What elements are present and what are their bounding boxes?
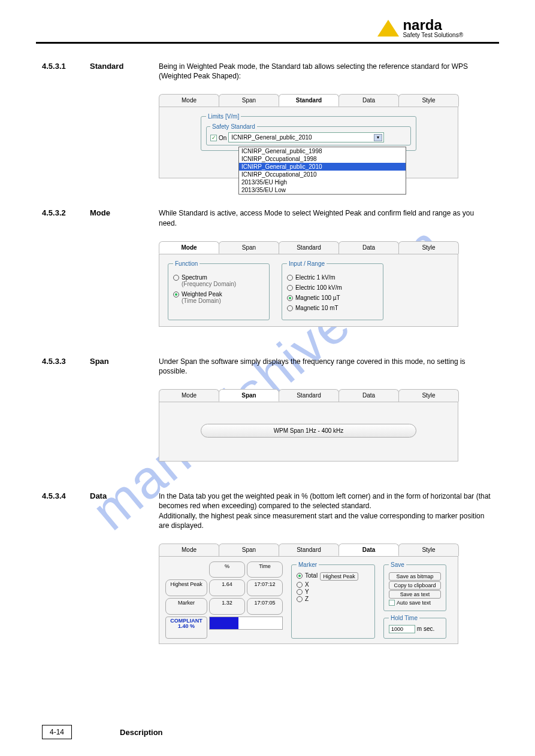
standard-dropdown[interactable]: ICNIRP_General_public_2010 ▾	[228, 132, 384, 142]
highest-peak-button[interactable]: Highest Peak	[320, 572, 358, 581]
section-description: Being in Weighted Peak mode, the Standar…	[159, 62, 493, 81]
radio-marker-z[interactable]: Z	[297, 596, 370, 602]
dropdown-option-selected[interactable]: ICNIRP_General_public_2010	[239, 163, 406, 171]
span-panel: Mode Span Standard Data Style WPM Span 1…	[159, 389, 458, 462]
radio-sublabel: (Frequency Domain)	[182, 281, 236, 287]
radio-icon-selected	[287, 295, 293, 301]
tab-style[interactable]: Style	[398, 389, 459, 402]
row-label-highest-peak: Highest Peak	[165, 579, 207, 596]
checkmark-icon: ✓	[210, 135, 217, 141]
section-data-heading: 4.5.3.4 Data In the Data tab you get the…	[42, 491, 493, 530]
value-marker-percent: 1.32	[209, 598, 245, 615]
safety-standard-fieldset: Safety Standard ✓ On ICNIRP_General_publ…	[206, 123, 411, 145]
data-readout-grid: % Time Highest Peak 1.64 17:07:12 Marker…	[165, 561, 283, 639]
tab-span[interactable]: Span	[219, 94, 279, 107]
tab-span[interactable]: Span	[219, 241, 279, 254]
tab-mode[interactable]: Mode	[159, 544, 219, 556]
radio-marker-x[interactable]: X	[297, 581, 370, 588]
radio-label: Magnetic 100 µT	[295, 294, 340, 301]
tab-data[interactable]: Data	[338, 94, 399, 107]
tab-data[interactable]: Data	[338, 544, 399, 556]
radio-range[interactable]: Electric 1 kV/m	[287, 274, 378, 281]
copy-clipboard-button[interactable]: Copy to clipboard	[389, 581, 441, 590]
tab-span[interactable]: Span	[219, 389, 279, 402]
tab-mode[interactable]: Mode	[159, 241, 219, 254]
radio-label: Electric 100 kV/m	[295, 284, 342, 291]
safety-standard-legend: Safety Standard	[210, 123, 257, 130]
dropdown-option[interactable]: ICNIRP_Occupational_1998	[239, 155, 406, 163]
radio-label: Total	[305, 572, 318, 579]
compliance-bar-fill	[210, 617, 238, 629]
radio-label: X	[305, 581, 309, 588]
value-marker-time: 17:07:05	[247, 598, 283, 615]
brand-tagline: Safety Test Solutions®	[403, 32, 463, 38]
hold-time-unit: m sec.	[417, 626, 434, 632]
col-header-time: Time	[247, 561, 283, 578]
footer-title: Description	[120, 728, 163, 737]
hold-time-input[interactable]: 1000	[389, 625, 415, 633]
tab-standard[interactable]: Standard	[279, 544, 339, 556]
section-standard-heading: 4.5.3.1 Standard Being in Weighted Peak …	[42, 62, 493, 81]
page-header: narda Safety Test Solutions®	[36, 0, 499, 44]
radio-range-selected[interactable]: Magnetic 100 µT	[287, 294, 378, 301]
radio-icon-selected	[173, 292, 179, 297]
save-fieldset: Save Save as bitmap Copy to clipboard Sa…	[383, 561, 446, 611]
tab-standard[interactable]: Standard	[279, 389, 339, 402]
section-span-heading: 4.5.3.3 Span Under Span the software sim…	[42, 357, 493, 376]
hold-time-fieldset: Hold Time 1000 m sec.	[383, 615, 446, 639]
radio-range[interactable]: Magnetic 10 mT	[287, 305, 378, 311]
tab-style[interactable]: Style	[398, 544, 459, 556]
tab-mode[interactable]: Mode	[159, 94, 219, 107]
radio-icon	[173, 275, 179, 281]
tab-mode[interactable]: Mode	[159, 389, 219, 402]
tab-style[interactable]: Style	[398, 94, 459, 107]
input-range-fieldset: Input / Range Electric 1 kV/m Electric 1…	[282, 260, 383, 320]
span-display: WPM Span 1Hz - 400 kHz	[201, 424, 416, 438]
tab-span[interactable]: Span	[219, 544, 279, 556]
dropdown-option[interactable]: ICNIRP_General_public_1998	[239, 147, 406, 155]
dropdown-option[interactable]: 2013/35/EU Low	[239, 186, 406, 194]
radio-range[interactable]: Electric 100 kV/m	[287, 284, 378, 291]
brand-logo: narda Safety Test Solutions®	[377, 18, 463, 38]
dropdown-option[interactable]: 2013/35/EU High	[239, 178, 406, 186]
tab-style[interactable]: Style	[398, 241, 459, 254]
section-mode-heading: 4.5.3.2 Mode While Standard is active, a…	[42, 208, 493, 227]
compliant-indicator: COMPLIANT 1.40 %	[165, 617, 207, 639]
dropdown-option[interactable]: ICNIRP_Occupational_2010	[239, 171, 406, 178]
radio-label: Magnetic 10 mT	[295, 305, 338, 311]
save-bitmap-button[interactable]: Save as bitmap	[389, 572, 441, 581]
radio-marker-y[interactable]: Y	[297, 588, 370, 595]
radio-icon	[297, 596, 303, 602]
radio-weighted-peak[interactable]: Weighted Peak (Time Domain)	[173, 291, 264, 304]
radio-icon	[287, 275, 293, 281]
section-title: Mode	[90, 208, 159, 217]
radio-label: Y	[305, 588, 309, 595]
section-number: 4.5.3.4	[42, 491, 90, 500]
on-checkbox[interactable]: ✓ On	[210, 135, 226, 141]
marker-legend: Marker	[297, 561, 319, 568]
chevron-down-icon: ▾	[374, 134, 382, 141]
radio-label: Weighted Peak	[182, 291, 222, 297]
value-hp-time: 17:07:12	[247, 579, 283, 596]
section-title: Data	[90, 491, 159, 500]
limits-legend: Limits [V/m]	[206, 113, 241, 120]
function-legend: Function	[173, 260, 200, 267]
section-description: While Standard is active, access Mode to…	[159, 208, 493, 227]
warning-triangle-icon	[377, 20, 399, 37]
tab-standard[interactable]: Standard	[279, 241, 339, 254]
save-text-button[interactable]: Save as text	[389, 590, 441, 599]
tab-data[interactable]: Data	[338, 241, 399, 254]
standard-dropdown-list[interactable]: ICNIRP_General_public_1998 ICNIRP_Occupa…	[238, 147, 406, 195]
radio-spectrum[interactable]: Spectrum (Frequency Domain)	[173, 274, 264, 287]
radio-marker-total[interactable]: Total Highest Peak	[297, 572, 370, 581]
tab-data[interactable]: Data	[338, 389, 399, 402]
standard-panel: Mode Span Standard Data Style Limits [V/…	[159, 94, 458, 178]
marker-fieldset: Marker Total Highest Peak X Y Z	[291, 561, 375, 639]
tab-standard[interactable]: Standard	[279, 94, 339, 107]
compliance-bar	[209, 617, 283, 630]
section-number: 4.5.3.1	[42, 62, 90, 71]
page-footer: 4-14 Description	[42, 725, 493, 739]
hold-time-legend: Hold Time	[389, 615, 419, 621]
brand-name: narda	[403, 18, 463, 32]
auto-save-checkbox[interactable]: Auto save text	[389, 600, 441, 606]
